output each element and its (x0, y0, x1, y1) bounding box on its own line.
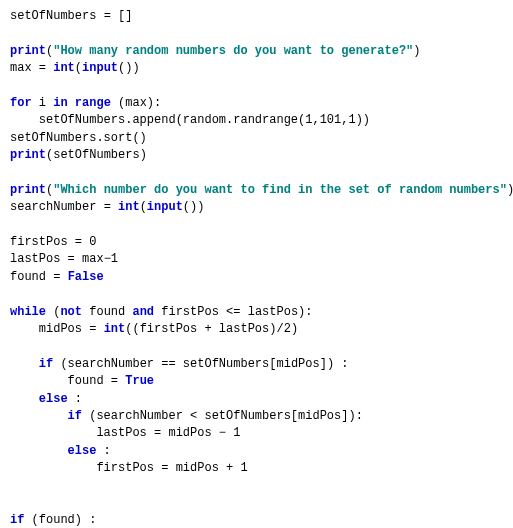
code-line: else : (10, 391, 503, 408)
code-block: setOfNumbers = [] print("How many random… (10, 8, 503, 528)
code-line (10, 478, 503, 495)
code-line: firstPos = 0 (10, 234, 503, 251)
code-line: print(setOfNumbers) (10, 147, 503, 164)
code-line: else : (10, 443, 503, 460)
code-line: found = False (10, 269, 503, 286)
code-line: searchNumber = int(input()) (10, 199, 503, 216)
code-line: lastPos = midPos − 1 (10, 425, 503, 442)
code-line: found = True (10, 373, 503, 390)
code-line: max = int(input()) (10, 60, 503, 77)
code-line (10, 165, 503, 182)
code-line: setOfNumbers = [] (10, 8, 503, 25)
code-line: setOfNumbers.append(random.randrange(1,1… (10, 112, 503, 129)
code-line: lastPos = max−1 (10, 251, 503, 268)
code-line: if (found) : (10, 512, 503, 528)
code-line (10, 495, 503, 512)
code-line (10, 217, 503, 234)
code-line (10, 25, 503, 42)
code-line: setOfNumbers.sort() (10, 130, 503, 147)
code-line: if (searchNumber == setOfNumbers[midPos]… (10, 356, 503, 373)
code-line: while (not found and firstPos <= lastPos… (10, 304, 503, 321)
code-line: print("Which number do you want to find … (10, 182, 503, 199)
code-line (10, 338, 503, 355)
code-line (10, 286, 503, 303)
code-line: for i in range (max): (10, 95, 503, 112)
code-line (10, 78, 503, 95)
code-line: midPos = int((firstPos + lastPos)/2) (10, 321, 503, 338)
code-line: if (searchNumber < setOfNumbers[midPos])… (10, 408, 503, 425)
code-line: firstPos = midPos + 1 (10, 460, 503, 477)
code-line: print("How many random numbers do you wa… (10, 43, 503, 60)
